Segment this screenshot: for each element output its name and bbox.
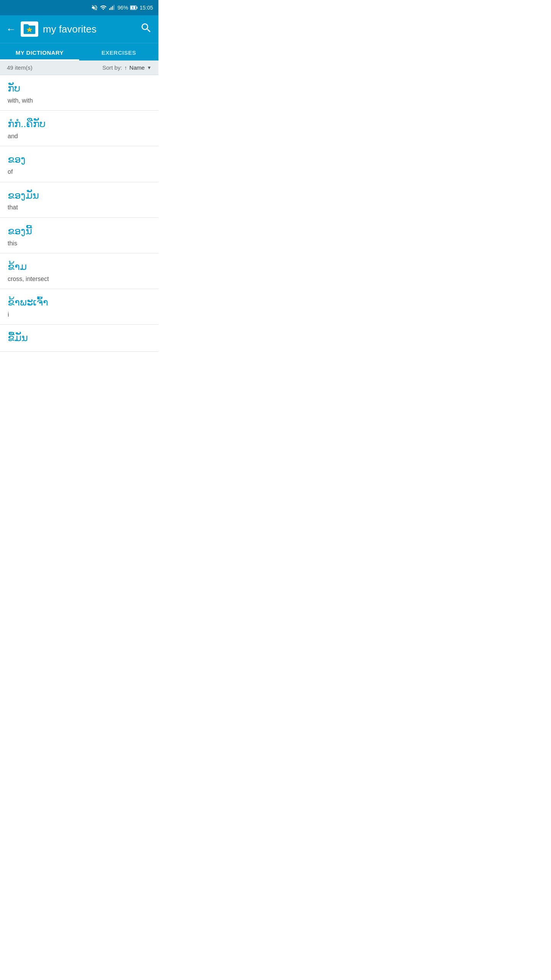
svg-rect-6 [137,7,138,9]
status-bar: 96% 15:05 [0,0,158,15]
dict-definition: and [8,132,151,140]
sort-control[interactable]: Sort by: ↑ Name ▼ [102,64,152,71]
dict-word: ຂອງນີ້ [8,225,151,238]
dropdown-arrow-icon: ▼ [147,65,152,70]
search-button[interactable] [140,22,152,37]
svg-rect-2 [112,6,113,10]
list-item[interactable]: ຂື້ມັນ [0,325,158,352]
header-left: ← my favorites [6,21,96,37]
back-button[interactable]: ← [6,23,16,35]
dict-word: ກໍກໍ..ຄືກັບ [8,118,151,131]
list-item[interactable]: ກັບwith, with [0,75,158,111]
battery-icon [130,5,138,10]
dict-word: ຂອງມັນ [8,189,151,202]
list-item[interactable]: ຂອງນີ້this [0,218,158,253]
svg-rect-1 [111,7,111,10]
dict-definition: i [8,310,151,319]
wifi-icon [100,4,107,11]
status-icons: 96% 15:05 [91,4,153,11]
dict-word: ກັບ [8,82,151,95]
tab-exercises[interactable]: EXERCISES [79,43,158,60]
mute-icon [91,4,98,11]
list-item[interactable]: ຂອງມັນthat [0,182,158,218]
tab-my-dictionary[interactable]: MY DICTIONARY [0,43,79,60]
signal-icon [109,4,116,11]
svg-rect-3 [114,5,114,10]
dict-word: ຂອງ [8,153,151,166]
battery-percent: 96% [117,5,128,11]
dictionary-list: ກັບwith, withກໍກໍ..ຄືກັບandຂອງofຂອງມັນth… [0,75,158,352]
time-display: 15:05 [140,5,153,11]
sort-direction: ↑ [124,65,127,71]
list-item[interactable]: ກໍກໍ..ຄືກັບand [0,111,158,146]
svg-rect-0 [109,8,110,10]
tabs: MY DICTIONARY EXERCISES [0,43,158,60]
dict-word: ຂ້າພະເຈົ້າ [8,296,151,309]
dict-definition: with, with [8,96,151,105]
dict-word: ຂື້ມັນ [8,332,151,345]
header: ← my favorites [0,15,158,43]
sort-bar: 49 item(s) Sort by: ↑ Name ▼ [0,60,158,75]
list-item[interactable]: ຂອງof [0,146,158,182]
list-item[interactable]: ຂ້າພະເຈົ້າi [0,289,158,325]
folder-star-icon [21,21,38,37]
dict-definition: cross, intersect [8,275,151,283]
dict-definition: of [8,168,151,176]
dict-definition: that [8,203,151,212]
dict-definition: this [8,239,151,248]
dict-word: ຂ້າມ [8,260,151,273]
item-count: 49 item(s) [7,64,33,71]
sort-field: Name [129,64,145,71]
sort-by-label: Sort by: [102,64,122,71]
page-title: my favorites [43,23,96,35]
list-item[interactable]: ຂ້າມcross, intersect [0,253,158,289]
